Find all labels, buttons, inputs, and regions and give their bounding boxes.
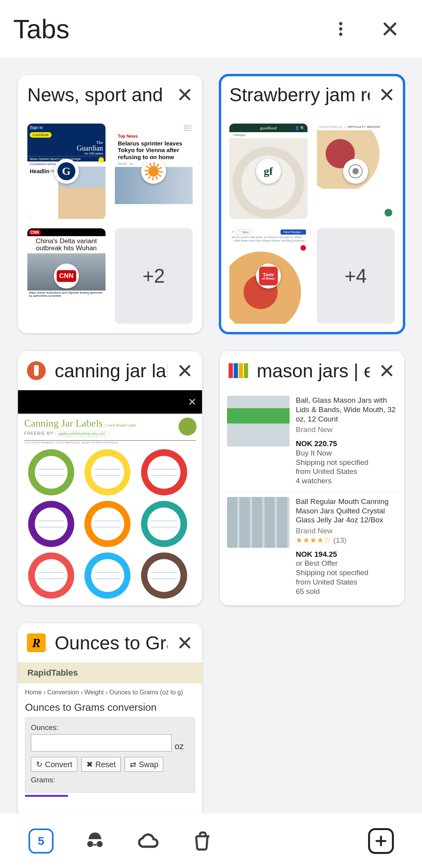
listing-thumbnail [227, 497, 290, 548]
tab-count-icon: 5 [29, 829, 54, 854]
ebay-listing: Ball Regular Mouth Canning Mason Jars Qu… [220, 491, 404, 602]
listing-title: Ball, Glass Mason Jars with Lids & Bands… [296, 396, 397, 423]
tab-card-title: Ounces to Grams [55, 632, 168, 654]
tab-card-title: Strawberry jam recipes [229, 84, 370, 106]
tab-close-button[interactable] [168, 353, 202, 388]
tab-card-body: ✕ Canning Jar Labels | 2 inch Round Labe… [18, 390, 202, 605]
duckduckgo-icon [25, 359, 48, 382]
jar-label-swatch [84, 501, 131, 547]
site-icon [343, 159, 368, 184]
grouped-tab-more[interactable]: +4 [317, 228, 395, 324]
close-icon [381, 20, 399, 38]
close-icon [177, 635, 193, 651]
sky-news-icon [141, 159, 166, 184]
trash-icon [191, 830, 214, 852]
listing-title: Ball Regular Mouth Canning Mason Jars Qu… [296, 497, 397, 525]
tab-card-body: RapidTables Home › Conversion › Weight ›… [18, 662, 202, 818]
ebay-listing: Ball, Glass Mason Jars with Lids & Bands… [220, 390, 404, 491]
listing-thumbnail [227, 396, 290, 447]
bottom-toolbar: 5 [0, 813, 422, 868]
appbar: Tabs [0, 0, 422, 58]
ebay-icon [227, 359, 250, 382]
tab-card-header: canning jar labels [18, 351, 202, 390]
tab-card-ebay[interactable]: mason jars | eBay Ball, Glass Mason Jars… [220, 351, 404, 605]
close-tabs-button[interactable] [371, 10, 409, 48]
tab-grid-area: News, sport and opinion Sign in Contribu… [0, 58, 422, 813]
tab-card-header: News, sport and opinion [18, 75, 202, 114]
close-all-tabs-button[interactable] [189, 827, 216, 855]
tab-card-header: mason jars | eBay [220, 351, 404, 390]
label-grid [18, 444, 202, 604]
more-options-button[interactable] [322, 10, 359, 48]
tab-group-card-news[interactable]: News, sport and opinion Sign in Contribu… [18, 75, 202, 333]
tab-close-button[interactable] [168, 77, 202, 112]
tab-card-title: canning jar labels [55, 360, 168, 382]
tab-grid: News, sport and opinion Sign in Contribu… [18, 75, 404, 818]
guardian-icon: G [54, 159, 79, 184]
ounces-input [31, 734, 172, 751]
grouped-tab-thumbnail[interactable]: goodfood👤 🔍 › Recipes gf [229, 124, 308, 219]
tasteofhome-icon: Tasteof Home [256, 264, 281, 289]
grouped-tab-thumbnail[interactable]: Sign in Contribute TheGuardian for 200 y… [27, 124, 106, 219]
tab-close-button[interactable] [168, 626, 202, 660]
tab-card-body: Ball, Glass Mason Jars with Lids & Bands… [220, 390, 404, 605]
cnn-icon: CNN [54, 264, 79, 289]
synced-tabs-button[interactable] [135, 827, 163, 855]
convert-button: ↻Convert [31, 757, 77, 772]
tab-close-button[interactable] [370, 353, 404, 388]
tab-count-button[interactable]: 5 [27, 827, 55, 855]
tab-card-title: News, sport and opinion [27, 84, 168, 106]
jar-label-swatch [84, 449, 131, 495]
listing-price: NOK 194.25 [296, 550, 397, 559]
tab-card-header: Strawberry jam recipes [220, 75, 404, 114]
overlay-close-icon: ✕ [188, 396, 197, 408]
jar-label-swatch [28, 552, 74, 599]
jar-label-swatch [141, 449, 187, 495]
tab-card-title: mason jars | eBay [257, 360, 370, 382]
tab-group-card-jam[interactable]: Strawberry jam recipes goodfood👤 🔍 › Rec… [220, 75, 404, 333]
goodfood-icon: gf [256, 159, 281, 184]
jar-label-swatch [28, 449, 74, 495]
reset-button: ✖Reset [81, 757, 121, 772]
new-tab-icon [368, 828, 394, 854]
cloud-icon [138, 830, 160, 852]
jar-label-swatch [141, 552, 187, 599]
tab-card-rapidtables[interactable]: R Ounces to Grams RapidTables Home › Con… [18, 623, 202, 818]
new-tab-button[interactable] [367, 827, 395, 855]
jar-label-swatch [84, 552, 131, 599]
tab-card-body: goodfood👤 🔍 › Recipes gf QUESTIONS (0)|D… [220, 114, 404, 333]
grouped-tab-thumbnail[interactable]: CNN China's Delta variant outbreak hits … [27, 228, 106, 324]
tab-card-header: R Ounces to Grams [18, 623, 202, 662]
svg-point-2 [339, 32, 342, 36]
svg-point-1 [339, 27, 342, 30]
close-icon [177, 87, 193, 102]
more-vert-icon [332, 20, 350, 38]
grouped-tab-thumbnail[interactable]: Top News Belarus sprinter leaves Tokyo f… [115, 124, 193, 219]
close-icon [379, 87, 395, 102]
swap-button: ⇄Swap [125, 757, 163, 772]
jar-label-swatch [28, 501, 74, 547]
incognito-icon [84, 830, 106, 852]
rapidtables-icon: R [25, 631, 48, 654]
tab-close-button[interactable] [370, 77, 404, 112]
star-rating-icon: ★★★★☆ [296, 536, 331, 544]
grouped-tab-thumbnail[interactable]: QUESTIONS (0)|DIFFICULTY: MEDIUM [317, 124, 395, 219]
svg-point-0 [339, 22, 342, 25]
close-icon [379, 363, 395, 378]
incognito-tabs-button[interactable] [81, 827, 109, 855]
tab-card-canning[interactable]: canning jar labels ✕ Canning Jar Labels … [18, 351, 202, 605]
grouped-tab-thumbnail[interactable]: ↗♡ SaveNext Recipe › about seven half-pi… [229, 228, 308, 324]
jar-label-swatch [141, 501, 187, 547]
listing-price: NOK 220.75 [296, 439, 397, 448]
grouped-tab-more[interactable]: +2 [115, 228, 193, 324]
close-icon [177, 363, 193, 378]
tab-card-body: Sign in Contribute TheGuardian for 200 y… [18, 114, 202, 333]
appbar-title: Tabs [13, 14, 310, 44]
